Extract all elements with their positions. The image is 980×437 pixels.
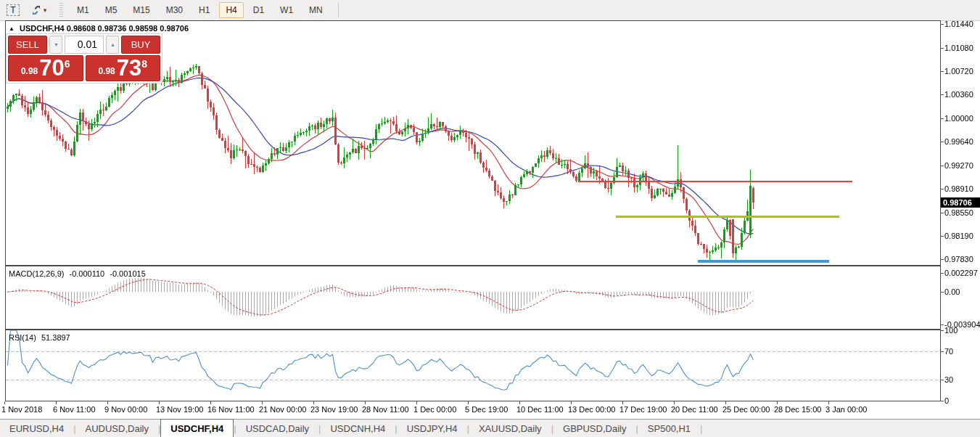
rsi-axis-tick: [940, 401, 944, 401]
price-axis-label: 1.00000: [944, 114, 973, 123]
chart-tab-gbpusd[interactable]: GBPUSD,Daily: [553, 420, 635, 437]
time-axis-label: 25 Dec 00:00: [722, 405, 770, 414]
chart-tab-usdcad[interactable]: USDCAD,Daily: [236, 420, 318, 437]
volume-down-button[interactable]: ▼: [49, 36, 62, 54]
buy-price-button[interactable]: 0.98 73 8: [86, 55, 161, 81]
rsi-axis-label: 100: [944, 326, 958, 335]
volume-up-icon: ▲: [110, 42, 115, 48]
macd-axis-label: 0.002297: [944, 269, 978, 277]
text-tool-button[interactable]: T: [4, 2, 22, 18]
sell-price-prefix: 0.98: [21, 66, 38, 76]
rsi-axis-label: 0: [944, 396, 949, 405]
toolbar-grip[interactable]: [59, 3, 63, 17]
one-click-trading-panel: SELL ▼ 0.01 ▲ BUY 0.98 70 6 0.98 73 8: [6, 33, 162, 83]
time-axis-tick: [210, 401, 211, 404]
ohlc-open: 0.98608: [67, 24, 96, 33]
tab-separator: |: [700, 423, 702, 434]
time-axis-label: 6 Nov 11:00: [53, 405, 96, 414]
time-axis-label: 13 Nov 19:00: [156, 405, 203, 414]
current-price-tag: 0.98706: [941, 197, 980, 208]
time-axis-label: 3 Jan 00:00: [825, 405, 868, 414]
time-axis-tick: [622, 401, 623, 404]
timeframe-button-w1[interactable]: W1: [273, 2, 300, 18]
volume-down-icon: ▼: [53, 42, 58, 48]
chart-tab-sp500[interactable]: SP500,H1: [638, 420, 700, 437]
price-axis-label: 0.98910: [944, 184, 973, 193]
timeframe-button-m30[interactable]: M30: [160, 2, 189, 18]
buy-button[interactable]: BUY: [121, 36, 160, 54]
arrows-tool-icon: [30, 5, 42, 15]
sell-button[interactable]: SELL: [8, 36, 47, 54]
chart-tab-audusd[interactable]: AUDUSD,Daily: [76, 420, 158, 437]
time-axis-tick: [56, 401, 57, 404]
rsi-axis-label: 70: [944, 347, 953, 356]
sell-price-button[interactable]: 0.98 70 6: [8, 55, 83, 81]
chart-tab-xauusd[interactable]: XAUUSD,Daily: [469, 420, 551, 437]
macd-axis-tick: [940, 273, 944, 274]
chart-tab-usdchf[interactable]: USDCHF,H4: [160, 419, 234, 437]
time-axis-label: 21 Nov 00:00: [259, 405, 306, 414]
sell-price-pip: 6: [65, 58, 70, 70]
chart-tab-usdjpy[interactable]: USDJPY,H4: [398, 420, 467, 437]
chart-tab-usdcnh[interactable]: USDCNH,H4: [321, 420, 395, 437]
timeframe-button-d1[interactable]: D1: [247, 2, 271, 18]
price-axis-tick: [940, 259, 944, 260]
timeframe-button-h1[interactable]: H1: [192, 2, 216, 18]
time-axis-label: 28 Dec 15:00: [774, 405, 821, 414]
time-axis-label: 1 Nov 2018: [1, 405, 42, 414]
timeframe-button-m5[interactable]: M5: [99, 2, 124, 18]
terminal-window: T ▾ M1M5M15M30H1H4D1W1MN ▲ USDCHF,H4 0.9…: [0, 0, 980, 437]
time-axis-tick: [674, 401, 675, 404]
arrows-tool-button[interactable]: ▾: [26, 2, 51, 18]
price-axis-label: 1.00720: [944, 67, 973, 75]
chart-tab-bar: EURUSD,H4|AUDUSD,Daily|USDCHF,H4|USDCAD,…: [0, 419, 980, 437]
price-axis-tick: [940, 94, 944, 95]
volume-input[interactable]: 0.01: [65, 36, 104, 54]
price-axis-tick: [940, 213, 944, 213]
rsi-axis-label: 30: [944, 375, 953, 384]
buy-price-big: 73: [117, 56, 141, 81]
price-axis-tick: [940, 142, 944, 142]
time-axis-tick: [365, 401, 366, 404]
macd-label: MACD(12,26,9) -0.000110 -0.001015: [9, 269, 149, 278]
time-axis-tick: [519, 401, 520, 404]
chart-title: ▲ USDCHF,H4 0.98608 0.98736 0.98598 0.98…: [9, 24, 189, 33]
volume-up-button[interactable]: ▲: [106, 36, 119, 54]
chart-tab-eurusd[interactable]: EURUSD,H4: [0, 420, 73, 437]
macd-axis-tick: [940, 292, 944, 293]
timeframe-button-m15[interactable]: M15: [126, 2, 156, 18]
rsi-value: 51.3897: [41, 333, 70, 342]
buy-price-pip: 8: [141, 58, 147, 70]
macd-axis-label: 0.00: [944, 287, 960, 296]
rsi-axis-tick: [940, 351, 944, 352]
ohlc-high: 0.98736: [98, 24, 127, 33]
collapse-panel-icon[interactable]: ▲: [9, 25, 15, 32]
time-axis-label: 20 Dec 11:00: [671, 405, 718, 414]
time-axis-tick: [571, 401, 572, 404]
time-axis-label: 5 Dec 19:00: [465, 405, 508, 414]
timeframe-button-mn[interactable]: MN: [302, 2, 329, 18]
price-axis-tick: [940, 48, 944, 49]
time-axis-tick: [416, 401, 417, 404]
time-axis-tick: [777, 401, 778, 404]
macd-name: MACD(12,26,9): [9, 269, 64, 278]
macd-value-main: -0.000110: [69, 269, 104, 278]
time-axis-tick: [159, 401, 160, 404]
ohlc-close: 0.98706: [160, 24, 189, 33]
time-axis-label: 13 Dec 00:00: [568, 405, 615, 414]
price-axis-label: 0.98550: [944, 208, 973, 217]
rsi-name: RSI(14): [9, 333, 36, 342]
rsi-indicator-canvas[interactable]: [5, 330, 941, 401]
timeframe-button-h4[interactable]: H4: [219, 2, 243, 18]
timeframe-toolbar: T ▾ M1M5M15M30H1H4D1W1MN: [0, 0, 980, 21]
time-axis-label: 23 Nov 19:00: [310, 405, 358, 414]
time-axis-label: 10 Dec 11:00: [516, 405, 564, 414]
time-axis-tick: [468, 401, 469, 404]
chart-symbol: USDCHF,H4: [20, 24, 65, 33]
sell-price-big: 70: [39, 56, 64, 81]
time-axis-tick: [4, 401, 5, 404]
timeframe-button-m1[interactable]: M1: [70, 2, 96, 18]
macd-value-signal: -0.001015: [110, 269, 146, 278]
time-axis-label: 28 Nov 11:00: [362, 405, 409, 414]
dropdown-caret-icon: ▾: [44, 7, 47, 14]
